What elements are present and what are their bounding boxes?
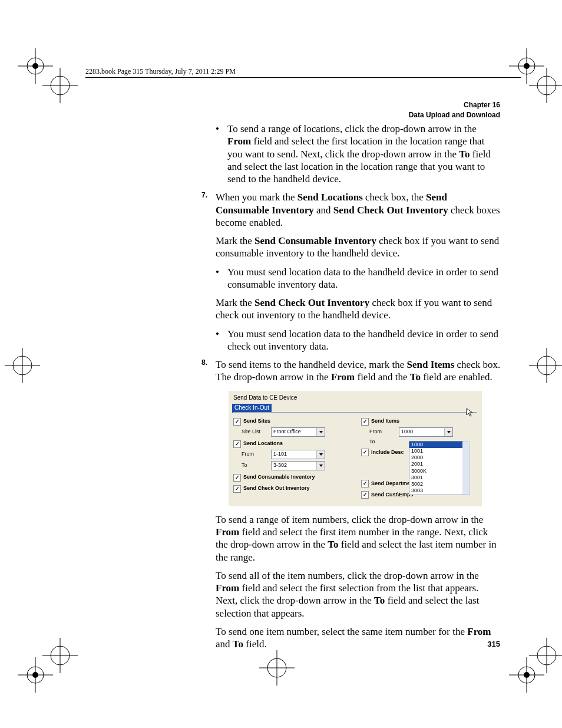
chevron-down-icon[interactable] (316, 450, 325, 459)
checkbox-include-desc[interactable]: ✓ (361, 449, 369, 456)
checkbox-send-locations[interactable]: ✓ (233, 440, 241, 448)
crop-mark-icon (529, 348, 562, 383)
bullet-icon: • (216, 328, 219, 340)
chapter-title: Data Upload and Download (409, 110, 500, 120)
step-number: 8. (201, 358, 207, 367)
list-item[interactable]: 2001 (409, 461, 462, 467)
locations-to-combo[interactable]: 3-302 (271, 461, 325, 470)
items-dropdown-list[interactable]: 1000 1001 2000 2001 3000K 3001 3002 3003 (409, 441, 463, 495)
crop-mark-icon (42, 638, 78, 673)
step-number: 7. (201, 191, 207, 200)
chevron-down-icon[interactable] (316, 462, 325, 470)
items-from-combo[interactable]: 1000 (399, 427, 453, 437)
locations-from-combo[interactable]: 1-101 (271, 450, 325, 459)
step-8: 8. To send items to the handheld device,… (216, 358, 501, 384)
items-from-label: From (369, 429, 393, 435)
page-number: 315 (487, 640, 500, 648)
checkbox-send-sites[interactable]: ✓ (233, 418, 241, 426)
to-label: To (242, 462, 265, 469)
list-item[interactable]: 3001 (409, 475, 462, 481)
crop-mark-icon (529, 638, 562, 673)
cursor-icon (465, 407, 475, 417)
list-item[interactable]: 3003 (409, 487, 462, 494)
site-list-label: Site List (242, 429, 265, 435)
checkbox-send-items[interactable]: ✓ (361, 418, 369, 426)
checkbox-send-checkout[interactable]: ✓ (233, 485, 241, 493)
crop-mark-icon (42, 68, 78, 103)
bullet-icon: • (216, 123, 219, 135)
checkbox-send-custemps[interactable]: ✓ (361, 491, 369, 499)
bullet-item: • To send a range of locations, click th… (227, 123, 501, 185)
paragraph: To send one item number, select the same… (216, 625, 501, 651)
header-line: 2283.book Page 315 Thursday, July 7, 201… (85, 67, 521, 78)
list-item[interactable]: 2000 (409, 454, 462, 461)
left-column: ✓Send Sites Site List Front Office ✓Send… (233, 416, 349, 500)
checkbox-send-departments[interactable]: ✓ (361, 480, 369, 487)
site-list-combo[interactable]: Front Office (271, 427, 325, 437)
list-item[interactable]: 3002 (409, 481, 462, 487)
paragraph: Mark the Send Consumable Inventory check… (216, 235, 501, 260)
chapter-header: Chapter 16 Data Upload and Download (409, 100, 500, 120)
right-column: ✓Send Items From 1000 To ✓Include Desc 1… (361, 416, 477, 500)
dialog-title: Send Data to CE Device (233, 394, 477, 402)
bullet-item: • You must send location data to the han… (227, 266, 501, 291)
items-to-label: To (369, 439, 393, 445)
chapter-number: Chapter 16 (409, 100, 500, 110)
from-label: From (242, 451, 265, 457)
tab-check-in-out[interactable]: Check In-Out (232, 404, 272, 413)
dialog-send-data: Send Data to CE Device Check In-Out ✓Sen… (229, 391, 482, 506)
paragraph: To send all of the item numbers, click t… (216, 569, 501, 620)
list-item[interactable]: 1001 (409, 448, 462, 454)
list-item[interactable]: 3000K (409, 468, 462, 475)
paragraph: To send a range of item numbers, click t… (216, 513, 501, 564)
bullet-item: • You must send location data to the han… (227, 328, 501, 353)
scrollbar[interactable] (462, 442, 470, 495)
paragraph: Mark the Send Check Out Inventory check … (216, 297, 501, 322)
bullet-icon: • (216, 266, 219, 278)
step-7: 7. When you mark the Send Locations chec… (216, 191, 501, 229)
chevron-down-icon[interactable] (316, 428, 325, 436)
list-item[interactable]: 1000 (409, 442, 462, 448)
checkbox-send-consumable[interactable]: ✓ (233, 474, 241, 482)
crop-mark-icon (529, 68, 562, 103)
chevron-down-icon[interactable] (444, 428, 452, 436)
crop-mark-icon (5, 348, 40, 383)
